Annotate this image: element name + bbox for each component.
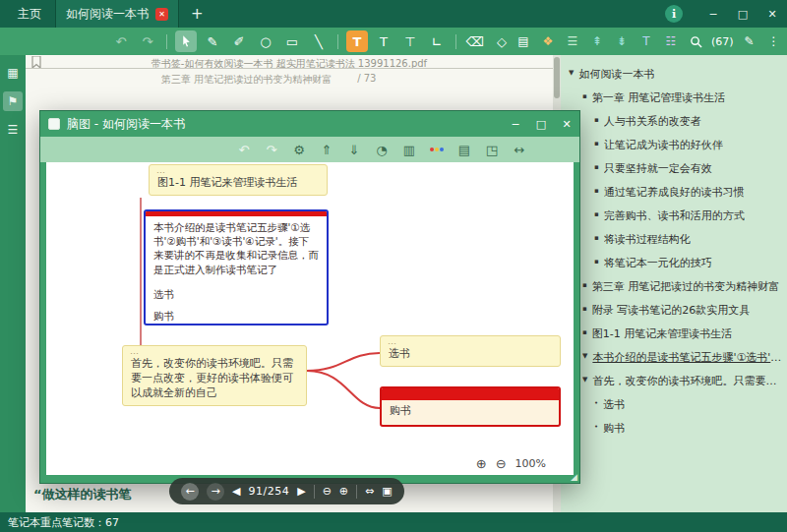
text-select-icon[interactable]: T	[636, 30, 657, 52]
outline-item[interactable]: ▪只要坚持就一定会有效	[594, 156, 783, 180]
rectangle-tool-button[interactable]: ▭	[281, 30, 303, 52]
fit-page-button[interactable]: ▣	[382, 485, 392, 498]
mindmap-node-pick[interactable]: … 选书	[380, 335, 561, 367]
info-button[interactable]: i	[665, 5, 683, 23]
home-tab[interactable]: 主页	[0, 6, 55, 23]
new-tab-button[interactable]: +	[179, 5, 215, 23]
mindmap-board-button[interactable]: ▤	[455, 141, 473, 158]
line-tool-button[interactable]: ╲	[308, 30, 330, 52]
tab-close-button[interactable]: ✕	[155, 8, 168, 21]
prev-page-button[interactable]: ◀	[232, 485, 240, 498]
outline-item[interactable]: •选书	[594, 392, 783, 416]
node-text: 本书介绍的是读书笔记五步骤'①选书'②购书'和'③读书'④记录'。接下来要讲的不…	[146, 216, 327, 280]
outline-item[interactable]: ▪图1-1 用笔记来管理读书生活	[582, 322, 783, 345]
zoom-out-button[interactable]: ⊖	[323, 485, 332, 498]
document-tab[interactable]: 如何阅读一本书 ✕	[55, 0, 179, 28]
note-list-icon[interactable]: ☷	[660, 30, 682, 52]
mindmap-fit-button[interactable]: ↔	[511, 141, 528, 158]
search-icon[interactable]	[685, 30, 706, 52]
redo-button[interactable]: ↷	[137, 30, 158, 52]
expand-arrow-icon[interactable]: ▼	[582, 376, 587, 384]
mindmap-node-figure[interactable]: … 图1-1 用笔记来管理读书生活	[149, 164, 328, 196]
mindmap-zoom-out-button[interactable]: ⊖	[496, 456, 507, 471]
outline-item[interactable]: ▪第三章 用笔记把读过的书变为精神财富	[582, 274, 783, 298]
node-text: 首先，改变你的读书环境吧。只需要一点改变，更好的读书体验便可以成就全新的自己	[123, 356, 306, 405]
next-page-button[interactable]: ▶	[297, 485, 305, 498]
mindmap-node-buy[interactable]: 购书	[380, 386, 561, 427]
highlighter-tool-button[interactable]: ✐	[228, 30, 250, 52]
outline-item[interactable]: ▪附录 写读书笔记的26款实用文具	[582, 298, 783, 322]
mindmap-node-first[interactable]: … 首先，改变你的读书环境吧。只需要一点改变，更好的读书体验便可以成就全新的自己	[122, 345, 307, 406]
fit-width-button[interactable]: ⇔	[365, 485, 374, 498]
minimize-button[interactable]: ─	[698, 0, 728, 28]
page-up-icon[interactable]: ⇞	[586, 30, 608, 52]
mindmap-layout-button[interactable]: ▥	[400, 141, 418, 158]
mindmap-window[interactable]: 脑图 - 如何阅读一本书 ─ □ ✕ ↶ ↷ ⚙ ⇑ ⇓ ◔ ▥ ▤ ◳ ↔	[39, 110, 580, 484]
outline-item[interactable]: ▼首先，改变你的读书环境吧。只需要一点…	[582, 369, 783, 392]
ink-eraser-tool-button[interactable]: ⌫	[464, 30, 486, 52]
mindmap-canvas[interactable]: … 图1-1 用笔记来管理读书生活 本书介绍的是读书笔记五步骤'①选书'②购书'…	[46, 162, 574, 475]
maximize-button[interactable]: □	[728, 0, 757, 28]
measure-tool-button[interactable]: ∟	[426, 30, 448, 52]
select-tool-button[interactable]	[175, 30, 197, 52]
outline-item[interactable]: ▪人与书关系的改变者	[594, 109, 783, 133]
outline-item[interactable]: ▼如何阅读一本书	[569, 62, 783, 86]
close-button[interactable]: ✕	[757, 0, 787, 28]
text-highlight-tool-button[interactable]: T	[346, 30, 368, 52]
page-down-icon[interactable]: ⇟	[611, 30, 633, 52]
mindmap-maximize-button[interactable]: □	[528, 111, 554, 137]
bullet-icon: ▪	[594, 234, 599, 242]
pen-tool-button[interactable]: ✎	[202, 30, 223, 52]
forward-button[interactable]: →	[207, 483, 224, 501]
zoom-in-button[interactable]: ⊕	[339, 485, 348, 498]
outline-item[interactable]: •购书	[594, 416, 783, 440]
window-controls: i ─ □ ✕	[665, 0, 787, 28]
mindmap-settings-button[interactable]: ⚙	[290, 141, 308, 158]
back-button[interactable]: ←	[181, 483, 199, 501]
more-icon[interactable]: ⋮	[763, 30, 785, 52]
resize-grip[interactable]: ◢	[571, 472, 577, 482]
mindmap-icon[interactable]: ❖	[537, 30, 559, 52]
mindmap-fullscreen-button[interactable]: ◳	[483, 141, 501, 158]
mindmap-titlebar[interactable]: 脑图 - 如何阅读一本书 ─ □ ✕	[40, 111, 579, 137]
page-indicator: 91/254	[248, 485, 289, 498]
mindmap-undo-button[interactable]: ↶	[235, 141, 253, 158]
bullet-icon: ▪	[594, 210, 599, 218]
mindmap-history-button[interactable]: ◔	[373, 141, 391, 158]
outline-item[interactable]: ▪通过笔记养成良好的读书习惯	[594, 180, 783, 204]
outline-item-selected[interactable]: ▼本书介绍的是读书笔记五步骤'①选书'② 读…	[582, 345, 783, 369]
outline-item[interactable]: ▪让笔记成为读书的好伙伴	[594, 133, 783, 156]
mindmap-import-button[interactable]: ⇓	[345, 141, 363, 158]
tool-group-right: ▤ ❖ ☰ ⇞ ⇟ T ☷ (67) ✎ ⋮	[513, 30, 785, 52]
ellipse-tool-button[interactable]: ○	[255, 30, 276, 52]
expand-arrow-icon[interactable]: ▼	[582, 352, 587, 360]
mindmap-theme-button[interactable]	[428, 141, 446, 158]
text-box-tool-button[interactable]: ⊤	[399, 30, 421, 52]
thumbnails-icon[interactable]: ▦	[3, 63, 23, 83]
pdf-body-text: “做这样的读书笔	[33, 486, 132, 503]
bookmark-ribbon-icon[interactable]	[31, 56, 41, 72]
text-tool-button[interactable]: T	[373, 30, 394, 52]
mindmap-node-note[interactable]: 本书介绍的是读书笔记五步骤'①选书'②购书'和'③读书'④记录'。接下来要讲的不…	[144, 209, 329, 325]
outline-icon[interactable]: ☰	[562, 30, 583, 52]
scrollbar-thumb[interactable]	[554, 57, 560, 98]
mindmap-close-button[interactable]: ✕	[554, 111, 579, 137]
mindmap-redo-button[interactable]: ↷	[263, 141, 280, 158]
bullet-icon: ▪	[582, 92, 587, 100]
outline-list-icon[interactable]: ☰	[3, 120, 23, 140]
annotate-icon[interactable]: ✎	[739, 30, 760, 52]
outline-item[interactable]: ▪完善购书、读书和活用的方式	[594, 204, 783, 227]
node-child-pick[interactable]: 选书	[146, 288, 327, 302]
node-child-buy[interactable]: 购书	[146, 310, 327, 324]
expand-arrow-icon[interactable]: ▼	[569, 69, 574, 77]
outline-item[interactable]: ▪将笔记本一元化的技巧	[594, 251, 783, 274]
mindmap-export-button[interactable]: ⇑	[318, 141, 335, 158]
bookmarks-icon[interactable]: ⚑	[3, 91, 23, 111]
undo-button[interactable]: ↶	[110, 30, 132, 52]
mindmap-minimize-button[interactable]: ─	[503, 111, 528, 137]
outline-item[interactable]: ▪第一章 用笔记管理读书生活	[582, 86, 783, 109]
reading-mode-icon[interactable]: ▤	[513, 30, 534, 52]
mindmap-zoom-in-button[interactable]: ⊕	[476, 456, 487, 471]
outline-item[interactable]: ▪将读书过程结构化	[594, 227, 783, 251]
eraser-tool-button[interactable]: ◇	[491, 30, 513, 52]
